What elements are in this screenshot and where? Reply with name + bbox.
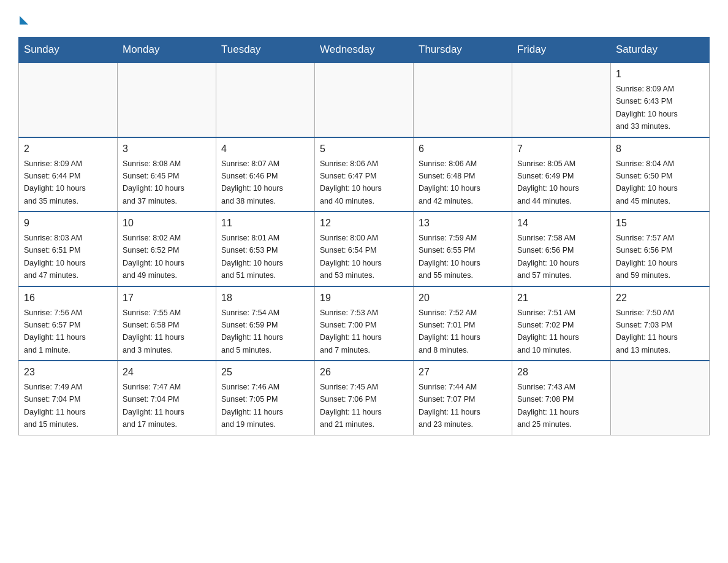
calendar-cell: 14Sunrise: 7:58 AM Sunset: 6:56 PM Dayli… bbox=[512, 212, 611, 286]
calendar-cell: 4Sunrise: 8:07 AM Sunset: 6:46 PM Daylig… bbox=[216, 137, 315, 212]
calendar-week-5: 23Sunrise: 7:49 AM Sunset: 7:04 PM Dayli… bbox=[19, 361, 710, 435]
calendar-cell bbox=[611, 361, 710, 435]
day-number: 14 bbox=[517, 216, 605, 231]
calendar-cell: 8Sunrise: 8:04 AM Sunset: 6:50 PM Daylig… bbox=[611, 137, 710, 212]
day-number: 18 bbox=[221, 291, 309, 305]
calendar-cell: 1Sunrise: 8:09 AM Sunset: 6:43 PM Daylig… bbox=[611, 63, 710, 137]
calendar-cell: 25Sunrise: 7:46 AM Sunset: 7:05 PM Dayli… bbox=[216, 361, 315, 435]
day-info: Sunrise: 7:50 AM Sunset: 7:03 PM Dayligh… bbox=[616, 308, 678, 354]
day-info: Sunrise: 7:58 AM Sunset: 6:56 PM Dayligh… bbox=[517, 234, 579, 280]
calendar-cell: 23Sunrise: 7:49 AM Sunset: 7:04 PM Dayli… bbox=[19, 361, 118, 435]
day-info: Sunrise: 8:04 AM Sunset: 6:50 PM Dayligh… bbox=[616, 159, 678, 205]
day-info: Sunrise: 8:09 AM Sunset: 6:44 PM Dayligh… bbox=[24, 159, 86, 205]
calendar-week-3: 9Sunrise: 8:03 AM Sunset: 6:51 PM Daylig… bbox=[19, 212, 710, 286]
day-info: Sunrise: 7:51 AM Sunset: 7:02 PM Dayligh… bbox=[517, 308, 579, 354]
day-number: 22 bbox=[616, 291, 704, 305]
day-number: 12 bbox=[320, 216, 408, 231]
day-number: 19 bbox=[320, 291, 408, 305]
calendar-cell: 6Sunrise: 8:06 AM Sunset: 6:48 PM Daylig… bbox=[414, 137, 512, 212]
day-info: Sunrise: 8:05 AM Sunset: 6:49 PM Dayligh… bbox=[517, 159, 579, 205]
day-info: Sunrise: 7:57 AM Sunset: 6:56 PM Dayligh… bbox=[616, 234, 678, 280]
calendar-cell bbox=[19, 63, 118, 137]
calendar-cell: 2Sunrise: 8:09 AM Sunset: 6:44 PM Daylig… bbox=[19, 137, 118, 212]
calendar-cell: 10Sunrise: 8:02 AM Sunset: 6:52 PM Dayli… bbox=[118, 212, 216, 286]
calendar-week-1: 1Sunrise: 8:09 AM Sunset: 6:43 PM Daylig… bbox=[19, 63, 710, 137]
day-info: Sunrise: 8:06 AM Sunset: 6:48 PM Dayligh… bbox=[419, 159, 480, 205]
weekday-header-monday: Monday bbox=[118, 37, 216, 63]
calendar-cell: 5Sunrise: 8:06 AM Sunset: 6:47 PM Daylig… bbox=[315, 137, 414, 212]
weekday-header-tuesday: Tuesday bbox=[216, 37, 315, 63]
weekday-header-saturday: Saturday bbox=[611, 37, 710, 63]
day-number: 2 bbox=[24, 142, 112, 156]
day-number: 21 bbox=[517, 291, 605, 305]
day-number: 26 bbox=[320, 365, 408, 380]
calendar-cell: 11Sunrise: 8:01 AM Sunset: 6:53 PM Dayli… bbox=[216, 212, 315, 286]
day-info: Sunrise: 7:54 AM Sunset: 6:59 PM Dayligh… bbox=[221, 308, 283, 354]
logo-arrow-icon bbox=[20, 16, 28, 25]
calendar-cell: 27Sunrise: 7:44 AM Sunset: 7:07 PM Dayli… bbox=[414, 361, 512, 435]
day-info: Sunrise: 7:45 AM Sunset: 7:06 PM Dayligh… bbox=[320, 383, 382, 429]
calendar-cell bbox=[315, 63, 414, 137]
calendar-cell: 21Sunrise: 7:51 AM Sunset: 7:02 PM Dayli… bbox=[512, 286, 611, 361]
day-number: 16 bbox=[24, 291, 112, 305]
calendar-cell bbox=[512, 63, 611, 137]
day-info: Sunrise: 7:46 AM Sunset: 7:05 PM Dayligh… bbox=[221, 383, 283, 429]
day-number: 25 bbox=[221, 365, 309, 380]
day-info: Sunrise: 8:03 AM Sunset: 6:51 PM Dayligh… bbox=[24, 234, 86, 280]
day-info: Sunrise: 7:43 AM Sunset: 7:08 PM Dayligh… bbox=[517, 383, 579, 429]
day-number: 27 bbox=[419, 365, 507, 380]
day-info: Sunrise: 8:06 AM Sunset: 6:47 PM Dayligh… bbox=[320, 159, 382, 205]
calendar-table: SundayMondayTuesdayWednesdayThursdayFrid… bbox=[18, 37, 710, 435]
day-number: 13 bbox=[419, 216, 507, 231]
calendar-cell: 3Sunrise: 8:08 AM Sunset: 6:45 PM Daylig… bbox=[118, 137, 216, 212]
weekday-header-thursday: Thursday bbox=[414, 37, 512, 63]
calendar-week-4: 16Sunrise: 7:56 AM Sunset: 6:57 PM Dayli… bbox=[19, 286, 710, 361]
calendar-cell: 12Sunrise: 8:00 AM Sunset: 6:54 PM Dayli… bbox=[315, 212, 414, 286]
day-info: Sunrise: 7:44 AM Sunset: 7:07 PM Dayligh… bbox=[419, 383, 480, 429]
day-number: 23 bbox=[24, 365, 112, 380]
day-number: 17 bbox=[123, 291, 211, 305]
day-info: Sunrise: 7:56 AM Sunset: 6:57 PM Dayligh… bbox=[24, 308, 86, 354]
weekday-header-friday: Friday bbox=[512, 37, 611, 63]
calendar-cell: 9Sunrise: 8:03 AM Sunset: 6:51 PM Daylig… bbox=[19, 212, 118, 286]
calendar-cell: 17Sunrise: 7:55 AM Sunset: 6:58 PM Dayli… bbox=[118, 286, 216, 361]
day-info: Sunrise: 8:02 AM Sunset: 6:52 PM Dayligh… bbox=[123, 234, 184, 280]
day-number: 11 bbox=[221, 216, 309, 231]
page-header bbox=[18, 12, 710, 25]
day-number: 6 bbox=[419, 142, 507, 156]
day-info: Sunrise: 7:53 AM Sunset: 7:00 PM Dayligh… bbox=[320, 308, 382, 354]
day-info: Sunrise: 8:07 AM Sunset: 6:46 PM Dayligh… bbox=[221, 159, 283, 205]
calendar-cell bbox=[216, 63, 315, 137]
calendar-cell: 18Sunrise: 7:54 AM Sunset: 6:59 PM Dayli… bbox=[216, 286, 315, 361]
day-info: Sunrise: 7:47 AM Sunset: 7:04 PM Dayligh… bbox=[123, 383, 184, 429]
calendar-cell: 19Sunrise: 7:53 AM Sunset: 7:00 PM Dayli… bbox=[315, 286, 414, 361]
day-number: 9 bbox=[24, 216, 112, 231]
day-number: 24 bbox=[123, 365, 211, 380]
day-info: Sunrise: 8:08 AM Sunset: 6:45 PM Dayligh… bbox=[123, 159, 184, 205]
calendar-cell: 7Sunrise: 8:05 AM Sunset: 6:49 PM Daylig… bbox=[512, 137, 611, 212]
calendar-cell: 22Sunrise: 7:50 AM Sunset: 7:03 PM Dayli… bbox=[611, 286, 710, 361]
day-info: Sunrise: 7:55 AM Sunset: 6:58 PM Dayligh… bbox=[123, 308, 184, 354]
day-number: 20 bbox=[419, 291, 507, 305]
day-number: 10 bbox=[123, 216, 211, 231]
calendar-cell: 15Sunrise: 7:57 AM Sunset: 6:56 PM Dayli… bbox=[611, 212, 710, 286]
weekday-header-row: SundayMondayTuesdayWednesdayThursdayFrid… bbox=[19, 37, 710, 63]
calendar-cell bbox=[414, 63, 512, 137]
calendar-cell: 13Sunrise: 7:59 AM Sunset: 6:55 PM Dayli… bbox=[414, 212, 512, 286]
logo bbox=[18, 12, 28, 25]
calendar-cell: 20Sunrise: 7:52 AM Sunset: 7:01 PM Dayli… bbox=[414, 286, 512, 361]
day-info: Sunrise: 8:00 AM Sunset: 6:54 PM Dayligh… bbox=[320, 234, 382, 280]
day-number: 15 bbox=[616, 216, 704, 231]
day-number: 1 bbox=[616, 67, 704, 82]
day-info: Sunrise: 8:01 AM Sunset: 6:53 PM Dayligh… bbox=[221, 234, 283, 280]
day-number: 4 bbox=[221, 142, 309, 156]
day-info: Sunrise: 8:09 AM Sunset: 6:43 PM Dayligh… bbox=[616, 85, 678, 131]
calendar-cell bbox=[118, 63, 216, 137]
day-info: Sunrise: 7:59 AM Sunset: 6:55 PM Dayligh… bbox=[419, 234, 480, 280]
day-number: 3 bbox=[123, 142, 211, 156]
day-number: 28 bbox=[517, 365, 605, 380]
day-number: 7 bbox=[517, 142, 605, 156]
weekday-header-sunday: Sunday bbox=[19, 37, 118, 63]
calendar-cell: 24Sunrise: 7:47 AM Sunset: 7:04 PM Dayli… bbox=[118, 361, 216, 435]
calendar-cell: 26Sunrise: 7:45 AM Sunset: 7:06 PM Dayli… bbox=[315, 361, 414, 435]
